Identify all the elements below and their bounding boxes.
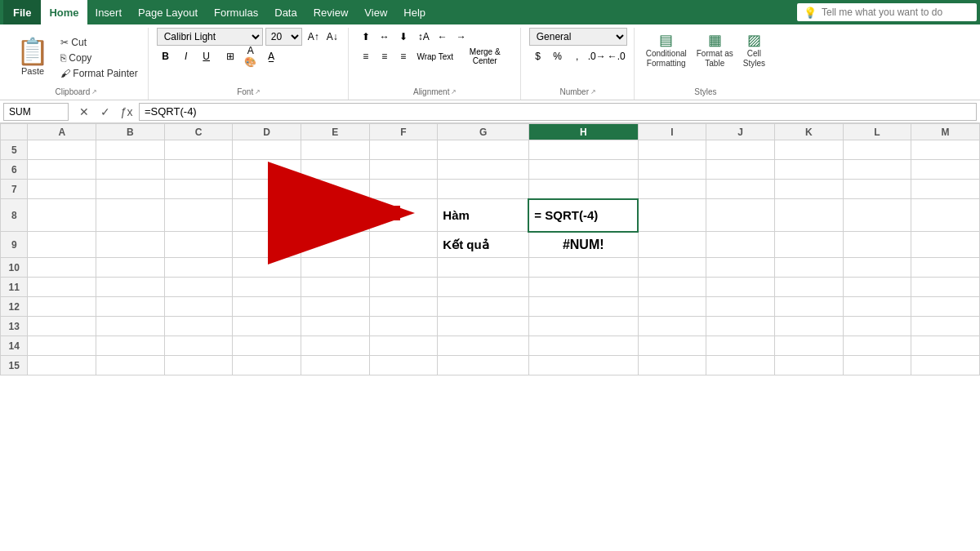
menu-help[interactable]: Help — [395, 0, 434, 24]
menu-home[interactable]: Home — [41, 0, 87, 24]
increase-font-button[interactable]: A↑ — [305, 28, 323, 46]
cell-L6[interactable] — [843, 160, 911, 180]
cell-L5[interactable] — [843, 140, 911, 160]
cell-D9[interactable] — [233, 232, 301, 258]
cell-H8[interactable]: = SQRT(-4) — [528, 199, 638, 232]
cell-B8[interactable] — [96, 199, 165, 232]
cell-H6[interactable] — [528, 160, 638, 180]
currency-button[interactable]: $ — [529, 47, 547, 65]
number-expand-icon[interactable]: ↗ — [590, 88, 596, 96]
cell-M5[interactable] — [911, 140, 980, 160]
indent-decrease-button[interactable]: ← — [434, 28, 452, 46]
cell-I6[interactable] — [638, 160, 706, 180]
cell-I7[interactable] — [638, 180, 706, 199]
row-header-12[interactable]: 12 — [1, 297, 28, 317]
col-header-B[interactable]: B — [96, 124, 165, 140]
cell-C8[interactable] — [164, 199, 233, 232]
cell-M6[interactable] — [911, 160, 980, 180]
cell-M8[interactable] — [911, 199, 980, 232]
fill-color-button[interactable]: A🎨 — [242, 47, 260, 65]
cell-F9[interactable] — [369, 232, 438, 258]
menu-review[interactable]: Review — [305, 0, 357, 24]
col-header-K[interactable]: K — [774, 124, 843, 140]
cell-A9[interactable] — [28, 232, 96, 258]
percent-button[interactable]: % — [549, 47, 567, 65]
underline-button[interactable]: U — [198, 47, 216, 65]
cell-K8[interactable] — [774, 199, 843, 232]
cell-J6[interactable] — [706, 160, 775, 180]
menu-view[interactable]: View — [356, 0, 395, 24]
bold-button[interactable]: B — [157, 47, 175, 65]
cell-K9[interactable] — [774, 232, 843, 258]
cell-C9[interactable] — [164, 232, 233, 258]
align-bottom-button[interactable]: ⬇ — [394, 28, 412, 46]
cell-C7[interactable] — [164, 180, 233, 199]
cell-L9[interactable] — [843, 232, 911, 258]
font-color-button[interactable]: A̲ — [262, 47, 280, 65]
cell-F8[interactable] — [369, 199, 438, 232]
row-header-14[interactable]: 14 — [1, 336, 28, 356]
font-expand-icon[interactable]: ↗ — [255, 88, 261, 96]
font-name-select[interactable]: Calibri Light — [157, 28, 263, 46]
row-header-7[interactable]: 7 — [1, 180, 28, 199]
cell-M9[interactable] — [911, 232, 980, 258]
cell-B7[interactable] — [96, 180, 165, 199]
cell-K5[interactable] — [774, 140, 843, 160]
search-input[interactable] — [822, 7, 970, 18]
row-header-10[interactable]: 10 — [1, 258, 28, 278]
text-direction-button[interactable]: ↕A — [415, 28, 433, 46]
cell-G7[interactable] — [438, 180, 529, 199]
cell-G9[interactable]: Kết quả — [438, 232, 529, 258]
col-header-C[interactable]: C — [164, 124, 233, 140]
format-painter-button[interactable]: 🖌 Format Painter — [57, 66, 141, 81]
cell-B9[interactable] — [96, 232, 165, 258]
paste-button[interactable]: 📋 Paste — [11, 35, 54, 79]
cell-M7[interactable] — [911, 180, 980, 199]
cell-B5[interactable] — [96, 140, 165, 160]
increase-decimal-button[interactable]: ←.0 — [608, 47, 626, 65]
row-header-6[interactable]: 6 — [1, 160, 28, 180]
italic-button[interactable]: I — [177, 47, 195, 65]
menu-data[interactable]: Data — [266, 0, 305, 24]
col-header-A[interactable]: A — [28, 124, 96, 140]
cell-D7[interactable] — [233, 180, 301, 199]
cell-A8[interactable] — [28, 199, 96, 232]
cell-H7[interactable] — [528, 180, 638, 199]
cell-D5[interactable] — [233, 140, 301, 160]
cell-E6[interactable] — [301, 160, 370, 180]
row-header-15[interactable]: 15 — [1, 356, 28, 375]
menu-page-layout[interactable]: Page Layout — [130, 0, 206, 24]
cell-E7[interactable] — [301, 180, 370, 199]
cell-E5[interactable] — [301, 140, 370, 160]
merge-center-button[interactable]: Merge & Center — [457, 47, 514, 65]
cut-button[interactable]: ✂ Cut — [57, 35, 141, 50]
conditional-formatting-button[interactable]: ▤ ConditionalFormatting — [643, 28, 690, 72]
cell-C6[interactable] — [164, 160, 233, 180]
cell-L8[interactable] — [843, 199, 911, 232]
cell-J7[interactable] — [706, 180, 775, 199]
decrease-decimal-button[interactable]: .0→ — [588, 47, 606, 65]
cell-B6[interactable] — [96, 160, 165, 180]
col-header-I[interactable]: I — [638, 124, 706, 140]
menu-formulas[interactable]: Formulas — [206, 0, 266, 24]
col-header-F[interactable]: F — [369, 124, 438, 140]
col-header-H[interactable]: H — [528, 124, 638, 140]
col-header-J[interactable]: J — [706, 124, 775, 140]
cell-G8[interactable]: Hàm — [438, 199, 529, 232]
col-header-E[interactable]: E — [301, 124, 370, 140]
cell-K6[interactable] — [774, 160, 843, 180]
cell-H5[interactable] — [528, 140, 638, 160]
comma-button[interactable]: , — [568, 47, 586, 65]
row-header-11[interactable]: 11 — [1, 278, 28, 297]
cell-A6[interactable] — [28, 160, 96, 180]
cell-G5[interactable] — [438, 140, 529, 160]
cell-G6[interactable] — [438, 160, 529, 180]
cell-E8[interactable] — [301, 199, 370, 232]
row-header-13[interactable]: 13 — [1, 317, 28, 336]
col-header-D[interactable]: D — [233, 124, 301, 140]
insert-function-button[interactable]: ƒx — [118, 103, 136, 121]
cell-J5[interactable] — [706, 140, 775, 160]
cell-J8[interactable] — [706, 199, 775, 232]
clipboard-expand-icon[interactable]: ↗ — [91, 88, 97, 96]
cell-D8[interactable] — [233, 199, 301, 232]
